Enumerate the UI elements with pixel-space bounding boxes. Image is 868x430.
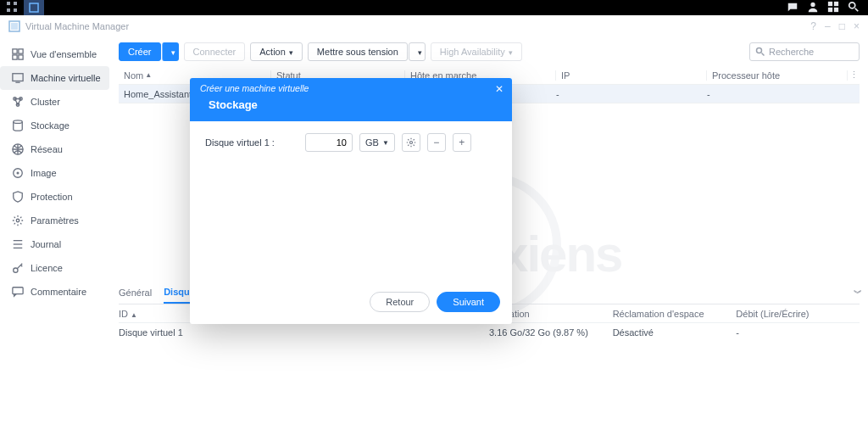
sidebar-item-network[interactable]: Réseau — [0, 137, 109, 161]
sidebar-item-vm[interactable]: Machine virtuelle — [0, 66, 109, 90]
detail-row[interactable]: Disque virtuel 1 3.16 Go/32 Go (9.87 %) … — [119, 323, 860, 342]
svg-rect-4 — [30, 3, 38, 12]
back-button[interactable]: Retour — [370, 292, 430, 312]
svg-rect-7 — [834, 1, 838, 5]
window-title: Virtual Machine Manager — [25, 21, 129, 31]
sidebar-item-label: Paramètres — [31, 215, 79, 226]
user-icon[interactable] — [807, 1, 819, 15]
sidebar-item-log[interactable]: Journal — [0, 232, 109, 256]
search-placeholder: Recherche — [769, 47, 814, 57]
svg-rect-8 — [828, 7, 832, 11]
widgets-icon[interactable] — [827, 1, 839, 15]
svg-rect-2 — [14, 2, 17, 5]
ha-dropdown[interactable]: High Availability — [431, 42, 522, 61]
svg-point-5 — [810, 2, 815, 6]
vmm-logo-icon — [8, 20, 20, 32]
chat-icon[interactable] — [787, 1, 798, 15]
svg-point-33 — [757, 48, 762, 53]
svg-line-34 — [762, 53, 765, 56]
svg-rect-3 — [14, 8, 17, 12]
action-dropdown[interactable]: Action — [250, 42, 303, 61]
sidebar-item-protection[interactable]: Protection — [0, 185, 109, 209]
col-proc[interactable]: Processeur hôte — [707, 70, 848, 81]
maximize-icon[interactable]: □ — [839, 20, 845, 32]
dcell-util: 3.16 Go/32 Go (9.87 %) — [489, 327, 613, 338]
vm-icon — [12, 72, 24, 84]
comment-icon — [12, 286, 24, 298]
close-icon[interactable]: × — [854, 20, 860, 32]
minimize-icon[interactable]: – — [825, 20, 831, 32]
col-menu-icon[interactable]: ⋮ — [848, 70, 860, 81]
svg-rect-16 — [13, 55, 17, 59]
shield-icon — [12, 191, 24, 203]
expand-icon[interactable]: ︾ — [854, 288, 860, 299]
sidebar-item-label: Vue d'ensemble — [31, 49, 97, 59]
sidebar-item-image[interactable]: Image — [0, 161, 109, 185]
svg-point-23 — [14, 120, 23, 124]
sidebar-item-settings[interactable]: Paramètres — [0, 209, 109, 232]
connect-button[interactable]: Connecter — [184, 42, 246, 61]
modal-supertitle: Créer une machine virtuelle — [190, 78, 512, 95]
window-titlebar: Virtual Machine Manager ? – □ × — [0, 15, 868, 37]
sidebar-item-label: Stockage — [31, 120, 70, 131]
svg-rect-1 — [7, 8, 10, 12]
svg-point-25 — [14, 169, 23, 178]
sidebar-item-label: Protection — [31, 192, 73, 202]
disk-remove-button[interactable]: − — [427, 133, 446, 152]
svg-rect-0 — [7, 2, 10, 5]
help-icon[interactable]: ? — [810, 20, 816, 32]
dcell-reclaim: Désactivé — [613, 327, 737, 338]
tab-general[interactable]: Général — [119, 284, 152, 303]
svg-rect-14 — [13, 49, 17, 53]
create-dropdown[interactable] — [162, 42, 179, 61]
power-dropdown[interactable] — [409, 42, 426, 61]
disk-add-button[interactable]: + — [453, 133, 471, 152]
power-button[interactable]: Mettre sous tension — [308, 42, 408, 61]
sidebar-item-storage[interactable]: Stockage — [0, 114, 109, 137]
dcol-debit[interactable]: Débit (Lire/Écrire) — [736, 309, 860, 319]
svg-line-11 — [855, 8, 859, 11]
svg-point-10 — [849, 2, 855, 8]
gear-icon — [406, 137, 416, 148]
toolbar: Créer Connecter Action Mettre sous tensi… — [119, 42, 860, 61]
create-vm-modal: Créer une machine virtuelle Stockage ✕ D… — [190, 78, 512, 324]
log-icon — [12, 238, 24, 250]
search-icon[interactable] — [848, 1, 860, 15]
svg-rect-6 — [828, 1, 832, 5]
svg-rect-18 — [13, 74, 23, 81]
sidebar-item-cluster[interactable]: Cluster — [0, 90, 109, 114]
modal-close-icon[interactable]: ✕ — [495, 83, 504, 95]
image-icon — [12, 167, 24, 179]
sidebar-item-feedback[interactable]: Commentaire — [0, 280, 109, 304]
svg-rect-32 — [13, 288, 23, 294]
dcell-id: Disque virtuel 1 — [119, 327, 242, 338]
sidebar-item-label: Commentaire — [31, 287, 86, 297]
sidebar: Vue d'ensemble Machine virtuelle Cluster… — [0, 37, 110, 430]
svg-rect-13 — [11, 23, 18, 30]
dcol-reclaim[interactable]: Réclamation d'espace — [613, 309, 737, 319]
system-topbar — [0, 0, 868, 15]
network-icon — [12, 143, 24, 155]
sidebar-item-overview[interactable]: Vue d'ensemble — [0, 42, 109, 66]
key-icon — [12, 262, 24, 274]
app-grid-icon[interactable] — [7, 2, 17, 14]
sidebar-item-license[interactable]: Licence — [0, 256, 109, 280]
cell-proc: - — [707, 89, 860, 99]
disk-size-input[interactable] — [305, 133, 353, 152]
col-ip[interactable]: IP — [556, 70, 707, 81]
sidebar-item-label: Image — [31, 168, 57, 178]
search-input[interactable]: Recherche — [749, 42, 860, 61]
create-button[interactable]: Créer — [119, 42, 161, 61]
sidebar-item-label: Journal — [31, 239, 61, 249]
next-button[interactable]: Suivant — [437, 292, 500, 312]
svg-rect-15 — [19, 49, 23, 53]
vmm-taskbar-icon[interactable] — [24, 0, 44, 15]
svg-point-26 — [17, 172, 19, 174]
cell-ip: - — [556, 89, 707, 99]
disk-settings-button[interactable] — [402, 133, 420, 152]
modal-title: Stockage — [190, 95, 512, 121]
disk-label: Disque virtuel 1 : — [205, 137, 298, 148]
disk-unit-select[interactable]: GB▼ — [359, 133, 395, 152]
sidebar-item-label: Licence — [31, 263, 63, 273]
svg-rect-9 — [834, 7, 838, 11]
